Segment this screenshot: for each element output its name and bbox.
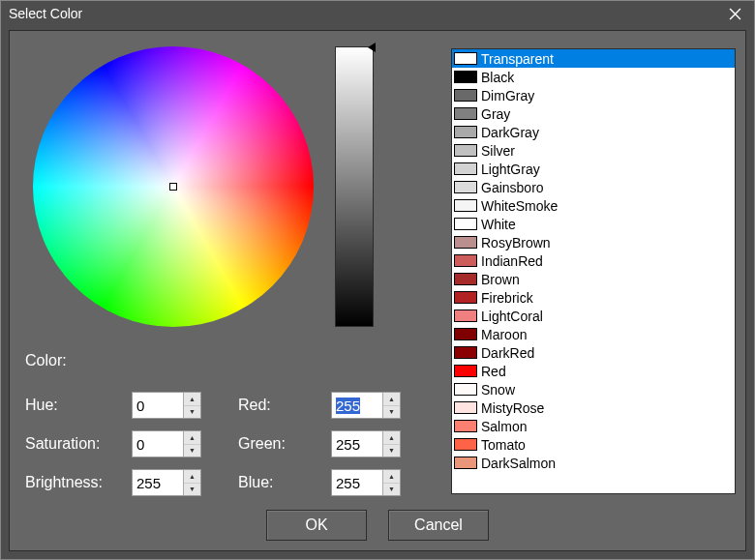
color-item-silver[interactable]: Silver: [452, 141, 735, 160]
brightness-slider[interactable]: [335, 46, 374, 327]
ok-button[interactable]: OK: [266, 510, 367, 541]
green-stepper[interactable]: ▲▼: [331, 430, 401, 457]
color-item-label: Transparent: [481, 51, 554, 67]
green-down-button[interactable]: ▼: [383, 445, 400, 457]
green-up-button[interactable]: ▲: [383, 431, 400, 445]
color-item-label: Red: [481, 364, 506, 379]
color-swatch-icon: [454, 420, 477, 432]
color-item-indianred[interactable]: IndianRed: [452, 251, 735, 270]
color-swatch-icon: [454, 401, 477, 414]
color-swatch-icon: [454, 162, 477, 175]
dialog-body: Color: Hue:▲▼ Saturation:▲▼ Brightness:▲…: [9, 30, 746, 551]
color-item-salmon[interactable]: Salmon: [452, 417, 735, 435]
color-item-label: Gray: [481, 106, 510, 122]
color-label: Color:: [25, 352, 432, 369]
color-swatch-icon: [454, 89, 477, 102]
color-item-darkred[interactable]: DarkRed: [452, 343, 735, 362]
red-down-button[interactable]: ▼: [383, 406, 400, 419]
color-item-lightgray[interactable]: LightGray: [452, 160, 735, 178]
color-swatch-icon: [454, 199, 477, 212]
color-item-label: Firebrick: [481, 290, 533, 306]
slider-arrow-icon: [363, 43, 376, 52]
hue-down-button[interactable]: ▼: [184, 406, 200, 419]
color-item-label: WhiteSmoke: [481, 198, 558, 214]
saturation-down-button[interactable]: ▼: [184, 445, 200, 457]
color-item-darkgray[interactable]: DarkGray: [452, 123, 735, 141]
color-swatch-icon: [454, 254, 477, 267]
color-swatch-icon: [454, 328, 477, 340]
brightness-up-button[interactable]: ▲: [184, 470, 200, 484]
green-input[interactable]: [332, 431, 382, 457]
color-swatch-icon: [454, 52, 477, 65]
color-swatch-icon: [454, 457, 477, 469]
close-button[interactable]: [719, 3, 750, 24]
saturation-input[interactable]: [133, 431, 183, 457]
color-item-transparent[interactable]: Transparent: [452, 49, 735, 68]
color-swatch-icon: [454, 346, 477, 359]
color-swatch-icon: [454, 438, 477, 451]
blue-input[interactable]: [332, 470, 382, 495]
color-item-label: Black: [481, 70, 514, 85]
brightness-label: Brightness:: [25, 474, 132, 491]
saturation-stepper[interactable]: ▲▼: [132, 430, 201, 457]
color-item-brown[interactable]: Brown: [452, 270, 735, 288]
color-item-dimgray[interactable]: DimGray: [452, 86, 735, 104]
color-item-label: LightCoral: [481, 309, 543, 324]
color-item-label: DimGray: [481, 88, 534, 103]
color-swatch-icon: [454, 126, 477, 138]
saturation-up-button[interactable]: ▲: [184, 431, 200, 445]
color-listbox[interactable]: TransparentBlackDimGrayGrayDarkGraySilve…: [451, 48, 736, 494]
blue-stepper[interactable]: ▲▼: [331, 469, 401, 496]
color-item-rosybrown[interactable]: RosyBrown: [452, 233, 735, 251]
blue-up-button[interactable]: ▲: [383, 470, 400, 484]
hue-up-button[interactable]: ▲: [184, 393, 200, 406]
color-item-lightcoral[interactable]: LightCoral: [452, 307, 735, 325]
color-item-label: DarkRed: [481, 345, 534, 361]
color-item-label: Tomato: [481, 437, 526, 453]
color-item-whitesmoke[interactable]: WhiteSmoke: [452, 196, 735, 215]
red-stepper[interactable]: ▲▼: [331, 392, 401, 419]
color-item-label: Brown: [481, 272, 520, 287]
color-item-snow[interactable]: Snow: [452, 380, 735, 398]
cancel-button[interactable]: Cancel: [388, 510, 489, 541]
color-item-label: DarkGray: [481, 125, 539, 140]
color-swatch-icon: [454, 383, 477, 396]
red-input[interactable]: [332, 393, 382, 418]
color-item-label: Gainsboro: [481, 180, 544, 195]
saturation-label: Saturation:: [25, 435, 132, 453]
blue-down-button[interactable]: ▼: [383, 484, 400, 496]
color-item-black[interactable]: Black: [452, 68, 735, 86]
color-swatch-icon: [454, 181, 477, 193]
color-item-gray[interactable]: Gray: [452, 104, 735, 123]
color-swatch-icon: [454, 236, 477, 249]
titlebar: Select Color: [1, 1, 754, 26]
brightness-input[interactable]: [133, 470, 183, 495]
brightness-down-button[interactable]: ▼: [184, 484, 200, 496]
color-item-label: Salmon: [481, 419, 527, 434]
color-item-gainsboro[interactable]: Gainsboro: [452, 178, 735, 196]
hue-stepper[interactable]: ▲▼: [132, 392, 201, 419]
color-item-label: LightGray: [481, 162, 540, 177]
color-item-label: Maroon: [481, 327, 527, 342]
color-item-label: White: [481, 217, 516, 232]
color-swatch-icon: [454, 273, 477, 285]
red-up-button[interactable]: ▲: [383, 393, 400, 406]
brightness-stepper[interactable]: ▲▼: [132, 469, 201, 496]
hue-label: Hue:: [25, 397, 132, 414]
red-label: Red:: [238, 397, 331, 414]
window-title: Select Color: [9, 6, 719, 21]
color-item-label: Snow: [481, 382, 515, 398]
color-swatch-icon: [454, 309, 477, 322]
color-item-label: Silver: [481, 143, 515, 159]
hue-input[interactable]: [133, 393, 183, 418]
color-item-white[interactable]: White: [452, 215, 735, 233]
color-item-red[interactable]: Red: [452, 362, 735, 380]
color-item-mistyrose[interactable]: MistyRose: [452, 398, 735, 417]
color-item-maroon[interactable]: Maroon: [452, 325, 735, 343]
color-item-darksalmon[interactable]: DarkSalmon: [452, 454, 735, 472]
color-item-tomato[interactable]: Tomato: [452, 435, 735, 454]
color-swatch-icon: [454, 107, 477, 120]
blue-label: Blue:: [238, 474, 331, 491]
color-wheel[interactable]: [33, 46, 314, 327]
color-item-firebrick[interactable]: Firebrick: [452, 288, 735, 307]
